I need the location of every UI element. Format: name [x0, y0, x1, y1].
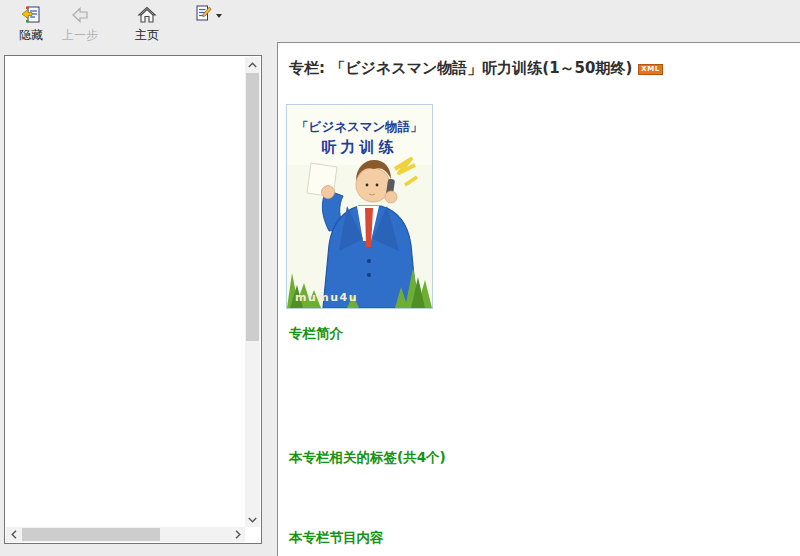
toolbar: 隐藏 上一步 主页 [0, 0, 800, 42]
toc-tree [6, 57, 245, 527]
chm-help-viewer: { "toolbar": { "buttons": [ { "label": "… [0, 0, 800, 556]
back-button[interactable]: 上一步 [54, 3, 106, 46]
column-cover-image: 「ビジネスマン物語」 听力训练 mumu4u [286, 104, 433, 309]
home-button-label: 主页 [135, 27, 159, 44]
svg-text:听力训练: 听力训练 [322, 138, 398, 156]
home-button[interactable]: 主页 [124, 3, 170, 46]
content-pane: 专栏: 「ビジネスマン物語」听力训练(1～50期终)XML [277, 42, 800, 556]
hide-button-label: 隐藏 [19, 27, 43, 44]
scroll-left-arrow-icon[interactable] [6, 527, 21, 542]
options-icon [193, 3, 213, 27]
vertical-scroll-thumb[interactable] [246, 73, 259, 341]
options-button[interactable] [184, 3, 230, 29]
tree-vertical-scrollbar[interactable] [245, 57, 260, 527]
svg-text:mumu4u: mumu4u [295, 291, 358, 304]
home-icon [137, 5, 157, 25]
svg-text:「ビジネスマン物語」: 「ビジネスマン物語」 [296, 119, 423, 134]
hide-button[interactable]: 隐藏 [8, 3, 54, 46]
scroll-right-arrow-icon[interactable] [230, 527, 245, 542]
scroll-up-arrow-icon[interactable] [245, 57, 260, 72]
options-dropdown-caret-icon [216, 14, 222, 18]
xml-feed-badge[interactable]: XML [638, 64, 662, 75]
scroll-down-arrow-icon[interactable] [245, 512, 260, 527]
intro-heading: 专栏简介 [289, 325, 343, 343]
programs-heading: 本专栏节目内容 [289, 529, 384, 547]
back-button-label: 上一步 [62, 27, 98, 44]
toc-tree-panel [4, 55, 262, 544]
tags-heading: 本专栏相关的标签(共4个) [289, 449, 446, 467]
horizontal-scroll-thumb[interactable] [22, 528, 160, 541]
hide-panel-icon [21, 5, 41, 25]
page-title: 专栏: 「ビジネスマン物語」听力训练(1～50期终)XML [289, 59, 663, 78]
tree-horizontal-scrollbar[interactable] [6, 527, 245, 542]
back-arrow-icon [70, 5, 90, 25]
